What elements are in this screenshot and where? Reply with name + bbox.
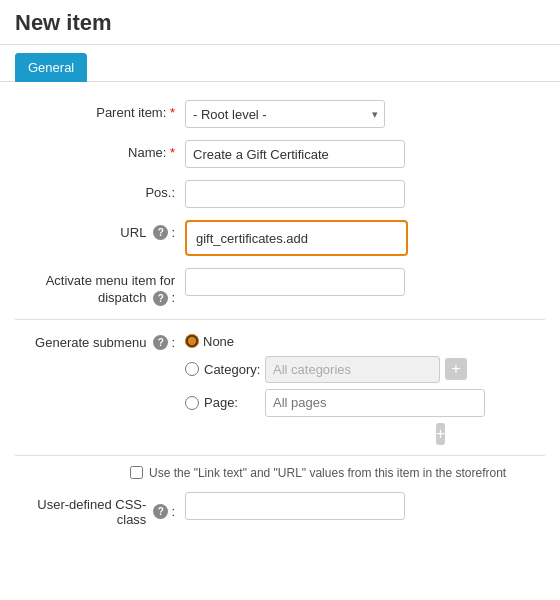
pos-control [185,180,545,208]
dispatch-row: Activate menu item for dispatch ? : [15,268,545,307]
storefront-checkbox-row: Use the "Link text" and "URL" values fro… [130,466,545,480]
dispatch-input[interactable] [185,268,405,296]
name-control [185,140,545,168]
page-add-button[interactable]: + [436,423,445,445]
name-input[interactable] [185,140,405,168]
url-control [185,220,545,256]
parent-item-required: * [170,105,175,120]
user-css-control [185,492,545,520]
parent-item-control: - Root level - [185,100,545,128]
pos-row: Pos.: [15,180,545,208]
name-row: Name: * [15,140,545,168]
submenu-radio-page[interactable] [185,396,199,410]
parent-item-select-wrap: - Root level - [185,100,385,128]
page-input[interactable] [265,389,485,417]
submenu-label-row: Generate submenu ? : None [15,330,545,350]
name-required: * [170,145,175,160]
url-input[interactable] [189,224,404,252]
parent-item-row: Parent item: * - Root level - [15,100,545,128]
page-header: New item [0,0,560,45]
user-css-row: User-defined CSS-class ? : [15,492,545,527]
category-row: Category: All categories + [185,356,545,383]
category-add-button[interactable]: + [445,358,467,380]
user-css-input[interactable] [185,492,405,520]
storefront-checkbox[interactable] [130,466,143,479]
parent-item-label: Parent item: * [15,100,185,120]
url-label: URL ? : [15,220,185,240]
page-title: New item [15,10,545,36]
dispatch-control [185,268,545,296]
submenu-radio-none[interactable] [185,334,199,348]
none-label: None [203,334,234,349]
storefront-checkbox-label[interactable]: Use the "Link text" and "URL" values fro… [149,466,506,480]
submenu-help-icon[interactable]: ? [153,335,168,350]
submenu-radio-category[interactable] [185,362,199,376]
form-area: Parent item: * - Root level - Name: * Po… [0,82,560,554]
page-radio-label[interactable]: Page: [204,395,238,410]
parent-item-select[interactable]: - Root level - [185,100,385,128]
divider [15,319,545,320]
tab-bar: General [0,45,560,82]
page-row: Page: [185,389,545,417]
pos-label: Pos.: [15,180,185,200]
category-radio-label[interactable]: Category: [204,362,260,377]
name-label: Name: * [15,140,185,160]
url-help-icon[interactable]: ? [153,225,168,240]
dispatch-label: Activate menu item for dispatch ? : [15,268,185,307]
category-select[interactable]: All categories [265,356,440,383]
url-row: URL ? : [15,220,545,256]
user-css-label: User-defined CSS-class ? : [15,492,185,527]
tab-general[interactable]: General [15,53,87,82]
dispatch-help-icon[interactable]: ? [153,291,168,306]
submenu-label: Generate submenu ? : [15,330,185,350]
url-input-wrap [185,220,408,256]
divider-2 [15,455,545,456]
pos-input[interactable] [185,180,405,208]
user-css-help-icon[interactable]: ? [153,504,168,519]
